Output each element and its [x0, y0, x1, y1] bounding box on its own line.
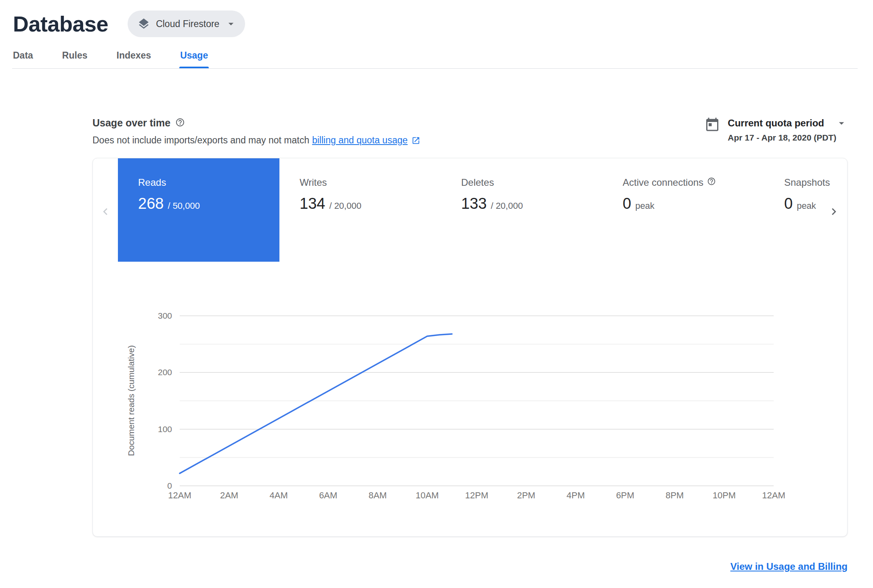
tab-indexes[interactable]: Indexes: [117, 50, 151, 68]
view-usage-billing-link[interactable]: View in Usage and Billing: [730, 561, 848, 572]
svg-text:8AM: 8AM: [369, 490, 387, 500]
svg-text:100: 100: [158, 424, 172, 434]
metric-tiles: Reads 268 / 50,000 Writes 134 / 20,000 D…: [93, 158, 847, 262]
chevron-left-icon[interactable]: [99, 205, 112, 218]
quota-period-label: Current quota period: [728, 118, 824, 129]
metric-tile-reads[interactable]: Reads 268 / 50,000: [118, 158, 279, 262]
tab-rules[interactable]: Rules: [62, 50, 88, 68]
quota-period-range: Apr 17 - Apr 18, 2020 (PDT): [728, 133, 848, 143]
metric-limit: / 20,000: [329, 201, 361, 211]
svg-text:4PM: 4PM: [567, 490, 585, 500]
tab-data[interactable]: Data: [13, 50, 33, 68]
svg-text:10AM: 10AM: [416, 490, 439, 500]
tab-bar-divider: [12, 68, 858, 69]
svg-text:6AM: 6AM: [319, 490, 337, 500]
usage-main: Usage over time Does not include imports…: [92, 117, 848, 572]
firestore-usage-page: Database Cloud Firestore Data Rules Inde…: [0, 0, 873, 572]
tab-bar: Data Rules Indexes Usage: [0, 50, 873, 68]
help-icon[interactable]: [707, 177, 716, 188]
app-header: Database Cloud Firestore: [0, 0, 873, 37]
firestore-icon: [137, 17, 150, 30]
billing-quota-usage-link[interactable]: billing and quota usage: [312, 135, 408, 146]
section-title: Usage over time: [92, 117, 170, 129]
usage-chart: 010020030012AM2AM4AM6AM8AM10AM12PM2PM4PM…: [93, 306, 848, 516]
svg-text:2PM: 2PM: [517, 490, 535, 500]
metric-limit: / 50,000: [168, 201, 200, 211]
metric-tile-active-connections[interactable]: Active connections 0 peak: [602, 158, 764, 262]
metric-label: Writes: [300, 177, 327, 188]
chart-y-axis-label: Document reads (cumulative): [126, 345, 136, 456]
description-text: Does not include imports/exports and may…: [92, 135, 309, 146]
help-icon[interactable]: [175, 118, 185, 129]
svg-text:2AM: 2AM: [220, 490, 238, 500]
metric-limit: / 20,000: [491, 201, 523, 211]
metric-value: 133: [461, 195, 487, 212]
svg-text:12PM: 12PM: [465, 490, 488, 500]
page-title: Database: [13, 11, 108, 36]
metric-value: 0: [623, 195, 631, 212]
footer-row: View in Usage and Billing: [92, 561, 848, 572]
svg-text:200: 200: [158, 368, 172, 377]
chevron-down-icon: [835, 117, 848, 129]
svg-text:8PM: 8PM: [665, 490, 684, 500]
metric-value: 268: [138, 195, 164, 212]
usage-header: Usage over time Does not include imports…: [92, 117, 848, 146]
usage-chart-area: Document reads (cumulative) 010020030012…: [93, 306, 847, 516]
product-selector[interactable]: Cloud Firestore: [128, 10, 245, 37]
svg-text:12AM: 12AM: [168, 490, 191, 500]
quota-period-text: Current quota period Apr 17 - Apr 18, 20…: [728, 117, 848, 143]
section-description: Does not include imports/exports and may…: [92, 135, 420, 146]
svg-text:6PM: 6PM: [616, 490, 634, 500]
svg-text:4AM: 4AM: [270, 490, 288, 500]
svg-text:300: 300: [158, 311, 172, 320]
quota-period-selector[interactable]: Current quota period Apr 17 - Apr 18, 20…: [705, 117, 848, 143]
tab-usage[interactable]: Usage: [180, 50, 208, 68]
svg-text:10PM: 10PM: [713, 490, 736, 500]
metric-label: Snapshots: [784, 177, 830, 188]
metric-value: 0: [784, 195, 793, 212]
chevron-right-icon[interactable]: [827, 205, 841, 218]
metric-value: 134: [300, 195, 325, 212]
metric-label: Reads: [138, 177, 166, 188]
usage-header-left: Usage over time Does not include imports…: [92, 117, 420, 146]
metric-label: Deletes: [461, 177, 494, 188]
calendar-icon: [705, 117, 720, 143]
usage-card: Reads 268 / 50,000 Writes 134 / 20,000 D…: [92, 158, 848, 537]
metric-peak-label: peak: [797, 201, 816, 211]
chevron-down-icon: [225, 18, 237, 30]
metric-tile-deletes[interactable]: Deletes 133 / 20,000: [441, 158, 602, 262]
metric-tile-writes[interactable]: Writes 134 / 20,000: [279, 158, 441, 262]
svg-text:12AM: 12AM: [762, 490, 785, 500]
svg-text:0: 0: [167, 481, 172, 490]
external-link-icon: [411, 136, 420, 145]
metric-label: Active connections: [623, 177, 703, 188]
product-selector-label: Cloud Firestore: [156, 19, 219, 29]
metric-peak-label: peak: [635, 201, 655, 211]
